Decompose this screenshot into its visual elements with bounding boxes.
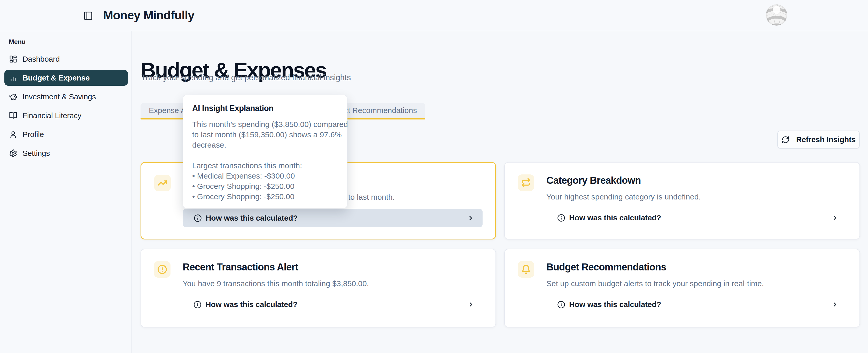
chevron-right-icon (831, 301, 839, 308)
how-calculated-row[interactable]: How was this calculated? (547, 295, 847, 314)
card-recent-transactions: Recent Transactions Alert You have 9 tra… (141, 249, 496, 327)
refresh-insights-label: Refresh Insights (796, 135, 856, 144)
popover-transactions-list: Largest transactions this month: • Medic… (192, 161, 338, 202)
app-title: Money Mindfully (103, 8, 194, 22)
how-calculated-row[interactable]: How was this calculated? (183, 209, 483, 227)
bar-chart-icon (9, 74, 17, 82)
sidebar-item-label: Investment & Savings (23, 93, 96, 101)
card-budget-recommendations: Budget Recommendations Set up custom bud… (504, 249, 860, 327)
popover-title: AI Insight Explanation (192, 104, 338, 113)
refresh-icon (781, 136, 789, 144)
popover-list-line: • Grocery Shopping: -$250.00 (192, 181, 338, 191)
card-description: You have 9 transactions this month total… (183, 279, 369, 288)
chevron-right-icon (467, 214, 474, 222)
card-description-fragment: to last month. (348, 193, 395, 202)
popover-text-line: to last month ($159,350.00) shows a 97.6… (192, 130, 338, 140)
popover-list-line: Largest transactions this month: (192, 161, 338, 171)
card-description: Set up custom budget alerts to track you… (547, 279, 764, 288)
ai-insight-popover: AI Insight Explanation This month's spen… (183, 95, 347, 209)
card-title: Category Breakdown (547, 175, 641, 186)
card-title: Recent Transactions Alert (183, 262, 298, 273)
popover-list-line: • Grocery Shopping: -$250.00 (192, 191, 338, 202)
book-open-icon (9, 111, 17, 120)
sidebar-toggle-icon[interactable] (83, 11, 93, 21)
popover-text-line: decrease. (192, 140, 338, 150)
dashboard-icon (9, 55, 17, 63)
app-root: Money Mindfully Menu Dashboard Budget & … (0, 0, 868, 353)
chevron-right-icon (831, 214, 839, 221)
refresh-insights-button[interactable]: Refresh Insights (777, 131, 860, 149)
page-subtitle: Track your spending and get personalized… (141, 73, 351, 82)
how-calculated-row[interactable]: How was this calculated? (183, 295, 483, 314)
trending-up-icon (158, 178, 167, 188)
sidebar: Menu Dashboard Budget & Expense Investme… (0, 31, 132, 353)
card-icon-chip (154, 175, 171, 191)
how-calculated-row[interactable]: How was this calculated? (547, 209, 847, 227)
sidebar-item-budget-expense[interactable]: Budget & Expense (4, 70, 128, 86)
sidebar-item-label: Budget & Expense (23, 74, 90, 82)
sidebar-item-label: Financial Literacy (23, 111, 82, 120)
popover-text-line: This month's spending ($3,850.00) compar… (192, 119, 338, 130)
chevron-right-icon (467, 301, 474, 308)
how-calculated-label: How was this calculated? (569, 300, 661, 309)
how-calculated-label: How was this calculated? (206, 214, 298, 222)
card-icon-chip (518, 174, 534, 191)
user-avatar[interactable] (766, 4, 787, 26)
top-header: Money Mindfully (0, 0, 868, 31)
sidebar-item-label: Settings (23, 149, 50, 158)
popover-list-line: • Medical Expenses: -$300.00 (192, 171, 338, 181)
sidebar-item-financial-literacy[interactable]: Financial Literacy (4, 108, 128, 123)
gear-icon (9, 149, 17, 157)
sidebar-nav: Dashboard Budget & Expense Investment & … (4, 51, 128, 161)
how-calculated-label: How was this calculated? (206, 300, 297, 309)
card-title: Budget Recommendations (547, 262, 666, 273)
how-calculated-label: How was this calculated? (569, 213, 661, 222)
card-description: Your highest spending category is undefi… (547, 192, 701, 201)
sidebar-item-label: Dashboard (23, 55, 60, 64)
user-icon (9, 130, 17, 139)
card-category-breakdown: Category Breakdown Your highest spending… (504, 162, 860, 240)
repeat-icon (521, 178, 531, 187)
sidebar-item-dashboard[interactable]: Dashboard (4, 51, 128, 67)
piggy-bank-icon (9, 93, 17, 101)
sidebar-menu-label: Menu (9, 38, 26, 46)
info-icon (194, 214, 202, 222)
sidebar-item-investment-savings[interactable]: Investment & Savings (4, 89, 128, 105)
card-icon-chip (518, 261, 534, 278)
bell-icon (521, 264, 531, 274)
info-icon (557, 214, 565, 222)
alert-circle-icon (157, 264, 167, 274)
sidebar-item-settings[interactable]: Settings (4, 145, 128, 161)
info-icon (557, 301, 565, 309)
sidebar-item-label: Profile (23, 130, 44, 139)
card-icon-chip (154, 261, 170, 278)
info-icon (193, 301, 202, 309)
sidebar-item-profile[interactable]: Profile (4, 127, 128, 142)
